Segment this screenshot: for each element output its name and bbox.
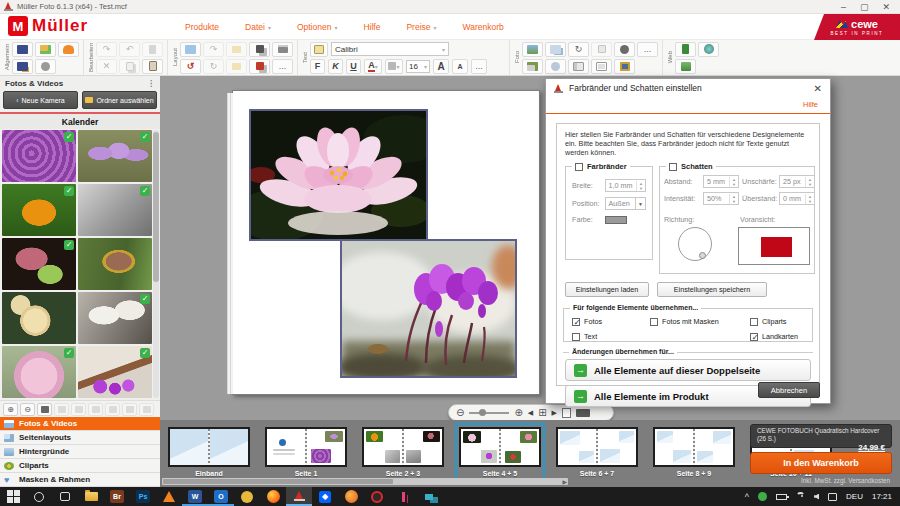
menu-optionen[interactable]: Optionen▾ [297,22,338,32]
font-size-select[interactable]: 16▾ [406,60,430,73]
checkbox-text[interactable] [572,333,580,341]
border-color-swatch[interactable] [605,216,627,224]
photo-thumbnail-iris[interactable] [78,238,152,290]
help-link[interactable]: Hilfe [803,100,818,109]
underline-button[interactable]: U [346,59,361,74]
text-frame-icon[interactable] [310,42,328,57]
cut-icon[interactable]: ✕ [96,59,117,74]
photo-cyclamen[interactable] [340,239,517,378]
copy-icon[interactable] [119,59,140,74]
photo-thumbnail-dark-leaves[interactable]: ✓ [2,238,76,290]
layout-more-icon[interactable]: ... [272,59,293,74]
zoom-slider-knob[interactable] [479,409,486,416]
arrange-icon[interactable] [249,42,270,57]
increase-font-button[interactable]: A [433,59,449,74]
edit-photo-icon[interactable] [522,59,543,74]
next-page-icon[interactable]: ▶ [552,409,557,417]
layout-option-4-icon[interactable] [105,403,120,416]
photo-thumbnail-cyclamen-house[interactable]: ✓ [78,346,152,398]
border-width-spinner[interactable]: 1,0 mm▲▼ [605,179,646,192]
border-position-select[interactable]: Außen▼ [605,197,646,210]
filmstrip-page-8-9[interactable]: Seite 8 + 9 [649,423,739,481]
paste-icon[interactable] [142,59,163,74]
shadow-checkbox[interactable] [669,163,677,171]
previous-page-icon[interactable]: ◀ [528,409,533,417]
filmstrip-page-2-3[interactable]: Seite 2 + 3 [358,423,448,481]
checkbox-landkarten[interactable] [750,333,758,341]
insert-photo-icon[interactable] [522,42,543,57]
save-icon[interactable] [12,42,33,57]
layout-option-3-icon[interactable] [88,403,103,416]
layout-option-5-icon[interactable] [122,403,137,416]
photo-thumbnail-magnolia[interactable]: ✓ [78,292,152,344]
add-to-cart-button[interactable]: In den Warenkorb [750,452,892,474]
tab-fotos-videos[interactable]: Fotos & Videos [0,417,160,431]
save-as-icon[interactable] [12,59,33,74]
photo-waterlily[interactable] [249,109,428,241]
redo-icon[interactable]: ↷ [96,42,117,57]
scroll-right-icon[interactable]: ▶ [562,478,567,485]
taskbar-account[interactable] [234,487,260,506]
web-gallery-icon[interactable] [675,59,696,74]
tab-masken-rahmen[interactable]: ♥Masken & Rahmen [0,473,160,487]
new-camera-button[interactable]: ‹Neue Kamera [3,91,78,109]
share-icon[interactable] [675,42,696,57]
cancel-button[interactable]: Abbrechen [758,382,820,398]
apply-doublepage-button[interactable]: →Alle Elemente auf dieser Doppelseite [565,359,811,381]
text-more-icon[interactable]: ... [471,59,487,74]
delete-icon[interactable] [142,42,163,57]
photo-thumbnail-crocus[interactable]: ✓ [78,130,152,182]
shadow-blur-spinner[interactable]: 25 px▲▼ [779,175,815,188]
start-button[interactable] [0,487,26,506]
menu-warenkorb[interactable]: Warenkorb [463,22,504,32]
photo-thumbnail-butterfly[interactable]: ✓ [2,184,76,236]
undo-icon[interactable]: ↶ [119,42,140,57]
layout-option-6-icon[interactable] [139,403,154,416]
tab-hintergruende[interactable]: Hintergründe [0,445,160,459]
load-settings-button[interactable]: Einstellungen laden [565,282,649,297]
decrease-font-button[interactable]: A [452,59,468,74]
tray-expand-icon[interactable]: ^ [745,492,749,502]
zoom-out-icon[interactable]: ⊖ [456,408,464,418]
taskbar-mueller-foto[interactable] [286,487,312,506]
filmstrip-page-einband[interactable]: Einband [164,423,254,481]
wifi-icon[interactable] [796,492,805,501]
menu-produkte[interactable]: Produkte [185,22,219,32]
open-project-icon[interactable] [35,42,56,57]
filmstrip-scrollbar[interactable]: ▶ [162,478,568,485]
rotate-photo-icon[interactable]: ↻ [568,42,589,57]
taskbar-firefox[interactable] [260,487,286,506]
photo-thumbnail-waterlily[interactable]: ✓ [2,346,76,398]
zoom-in-icon[interactable]: ⊕ [514,408,522,418]
taskbar-analytics[interactable] [390,487,416,506]
shadow-intensity-spinner[interactable]: 50%▲▼ [703,192,739,205]
photo-adjust-icon[interactable] [614,42,635,57]
swap-photos-icon[interactable] [545,42,566,57]
photo-thumbnail-allium[interactable]: ✓ [2,130,76,182]
minimize-button[interactable]: – [841,2,846,12]
language-indicator[interactable]: DEU [846,492,863,501]
font-family-select[interactable]: Calibri▾ [331,42,449,56]
foto-more-icon[interactable]: ... [637,42,658,57]
flip-icon[interactable]: ↷ [203,42,224,57]
text-style-button[interactable]: ▾ [385,59,403,74]
shadow-direction-dial[interactable] [678,227,712,261]
photo-thumbnail-rose[interactable] [2,292,76,344]
photo-columns-icon[interactable] [591,59,612,74]
choose-folder-button[interactable]: Ordner auswählen [82,91,157,109]
shadow-distance-spinner[interactable]: 5 mm▲▼ [703,175,739,188]
assistant-icon[interactable] [58,42,79,57]
taskbar-outlook[interactable]: O [208,487,234,506]
filmstrip-page-6-7[interactable]: Seite 6 + 7 [552,423,642,481]
speaker-icon[interactable] [814,494,819,500]
checkbox-cliparts[interactable] [750,318,758,326]
checkbox-fotos-mit-masken[interactable] [650,318,658,326]
taskbar-browser[interactable] [338,487,364,506]
battery-icon[interactable] [776,494,787,500]
rotate-left-icon[interactable]: ↺ [180,59,201,74]
taskbar-explorer[interactable] [78,487,104,506]
taskbar-displays[interactable] [416,487,442,506]
dialog-close-icon[interactable]: ✕ [814,83,822,94]
taskbar-search[interactable] [26,487,52,506]
photo-thumbnail-stone[interactable]: ✓ [78,184,152,236]
